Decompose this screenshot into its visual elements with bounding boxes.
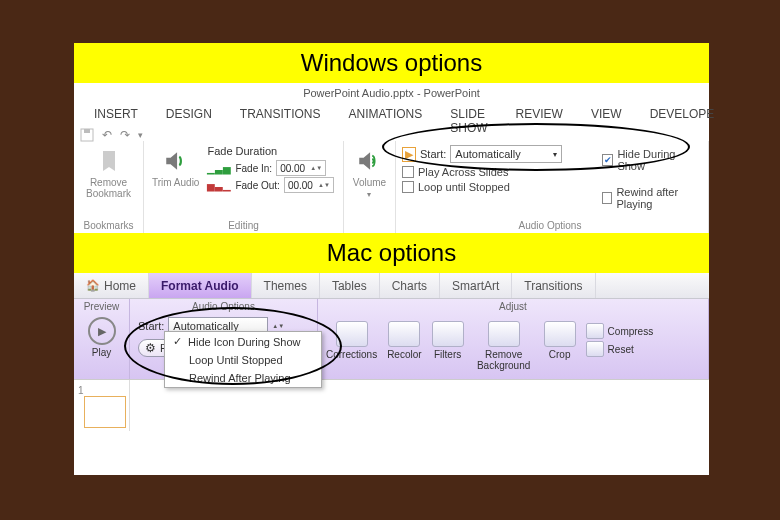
start-play-icon: ▶ [402,147,416,162]
fade-out-input[interactable]: 00.00▲▼ [284,177,334,193]
svg-rect-1 [84,129,90,133]
tab-smartart[interactable]: SmartArt [440,273,512,298]
tab-themes[interactable]: Themes [252,273,320,298]
chevron-down-icon[interactable]: ▾ [367,190,371,199]
crop-icon [544,321,576,347]
remove-background-label: Remove Background [474,349,534,371]
menu-hide-icon-label: Hide Icon During Show [188,336,301,348]
menu-rewind[interactable]: Rewind After Playing [165,369,321,387]
rewind-after-checkbox[interactable]: Rewind after Playing [602,186,698,210]
fade-in-value: 00.00 [280,163,305,174]
trim-audio-button[interactable]: Trim Audio [152,145,199,194]
tab-review[interactable]: REVIEW [502,101,577,141]
filters-button[interactable]: Filters [432,317,464,360]
loop-until-label: Loop until Stopped [418,181,510,193]
hide-during-checkbox[interactable]: ✔Hide During Show [602,148,698,172]
windows-header: Windows options [74,43,709,83]
playback-options-menu[interactable]: ✓Hide Icon During Show Loop Until Stoppe… [164,331,322,388]
gear-icon: ⚙ [145,341,156,355]
tab-transitions[interactable]: Transitions [512,273,595,298]
fade-in-input[interactable]: 00.00▲▼ [276,160,326,176]
check-icon: ✓ [173,335,182,348]
bookmarks-group-label: Bookmarks [82,220,135,231]
preview-group-label: Preview [74,301,129,312]
rewind-after-label: Rewind after Playing [616,186,698,210]
remove-bookmark-button: Remove Bookmark [82,145,135,199]
compress-icon [586,323,604,339]
recolor-label: Recolor [387,349,421,360]
crop-button[interactable]: Crop [544,317,576,360]
menu-loop-label: Loop Until Stopped [189,354,283,366]
corrections-button[interactable]: Corrections [326,317,377,360]
tab-developer[interactable]: DEVELOPE [636,101,729,141]
volume-icon [356,147,382,175]
fade-out-bars-icon: ▅▃▁ [207,180,231,191]
windows-section: ↶ ↷ ▾ PowerPoint Audio.pptx - PowerPoint… [74,83,709,233]
hide-during-label: Hide During Show [617,148,698,172]
crop-label: Crop [549,349,571,360]
loop-until-checkbox[interactable]: Loop until Stopped [402,181,562,193]
start-select[interactable]: Automatically ▾ [450,145,562,163]
mac-ribbon-tabs: Home Format Audio Themes Tables Charts S… [74,273,709,299]
tab-design[interactable]: DESIGN [152,101,226,141]
menu-hide-icon[interactable]: ✓Hide Icon During Show [165,332,321,351]
qat-dropdown-icon[interactable]: ▾ [138,130,143,140]
compress-button[interactable]: Compress [586,323,654,339]
reset-label: Reset [608,344,634,355]
fade-in-label: Fade In: [235,163,272,174]
start-value: Automatically [455,148,520,160]
recolor-button[interactable]: Recolor [387,317,421,360]
tab-transitions[interactable]: TRANSITIONS [226,101,335,141]
audio-options-group-label: Audio Options [402,220,698,231]
tab-animations[interactable]: ANIMATIONS [334,101,436,141]
undo-icon[interactable]: ↶ [102,128,112,142]
quick-access-toolbar[interactable]: ↶ ↷ ▾ [80,128,143,142]
tab-tables[interactable]: Tables [320,273,380,298]
play-label: Play [92,347,111,358]
corrections-label: Corrections [326,349,377,360]
volume-label: Volume [353,177,386,188]
start-label: Start: [420,148,446,160]
mac-audio-options-label: Audio Options [130,301,317,312]
filters-icon [432,321,464,347]
tab-home[interactable]: Home [74,273,149,298]
play-across-checkbox[interactable]: Play Across Slides [402,166,562,178]
play-across-label: Play Across Slides [418,166,508,178]
fade-out-value: 00.00 [288,180,313,191]
adjust-group-label: Adjust [318,301,708,312]
trim-audio-label: Trim Audio [152,177,199,188]
tab-view[interactable]: VIEW [577,101,636,141]
ribbon: Remove Bookmark Bookmarks Trim Audio Fad… [74,141,709,233]
fade-in-bars-icon: ▁▃▅ [207,163,231,174]
chevron-down-icon[interactable]: ▾ [553,150,557,159]
filters-label: Filters [434,349,461,360]
tab-charts[interactable]: Charts [380,273,440,298]
compress-label: Compress [608,326,654,337]
fade-out-label: Fade Out: [235,180,279,191]
fade-duration-label: Fade Duration [207,145,333,157]
volume-button[interactable]: Volume ▾ [353,145,386,199]
reset-button[interactable]: Reset [586,341,654,357]
recolor-icon [388,321,420,347]
spinner-arrows-icon[interactable]: ▲▼ [318,183,330,188]
slide-number: 1 [78,385,84,396]
reset-icon [586,341,604,357]
menu-rewind-label: Rewind After Playing [189,372,291,384]
stepper-icon[interactable]: ▲▼ [272,323,284,330]
redo-icon[interactable]: ↷ [120,128,130,142]
mac-section: Home Format Audio Themes Tables Charts S… [74,273,709,431]
thumbnail-image [84,396,126,428]
window-title: PowerPoint Audio.pptx - PowerPoint [74,83,709,101]
save-icon[interactable] [80,128,94,142]
slide-thumbnail[interactable]: 1 [74,380,130,431]
play-button[interactable]: ▶ [88,317,116,345]
bookmark-icon [97,147,121,175]
tab-slide-show[interactable]: SLIDE SHOW [436,101,501,141]
remove-background-icon [488,321,520,347]
speaker-icon [163,147,189,175]
menu-loop[interactable]: Loop Until Stopped [165,351,321,369]
spinner-arrows-icon[interactable]: ▲▼ [310,166,322,171]
tab-format-audio[interactable]: Format Audio [149,273,252,298]
remove-background-button[interactable]: Remove Background [474,317,534,371]
corrections-icon [336,321,368,347]
